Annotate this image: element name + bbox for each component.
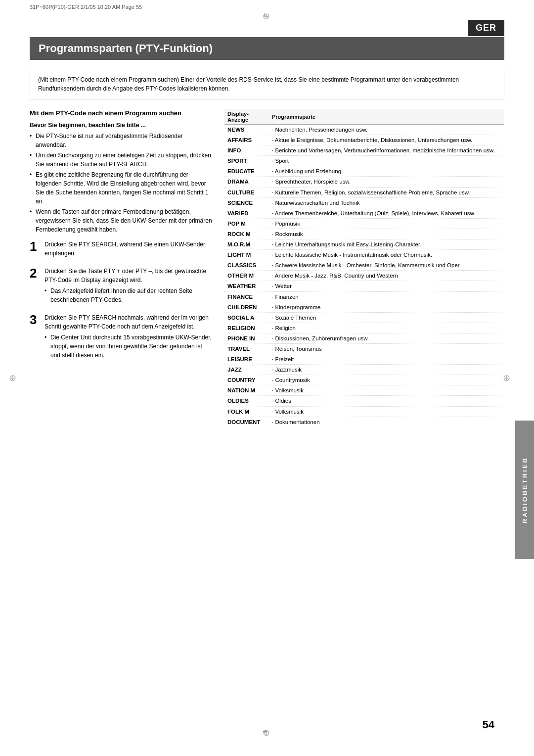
display-code: OTHER M [224,271,269,281]
side-label: RADIOBETRIEB [515,421,534,559]
description: · Andere Musik - Jazz, R&B, Country und … [269,271,504,281]
step-1-main: Drücken Sie PTY SEARCH, während Sie eine… [44,240,213,258]
display-code: POP M [224,218,269,229]
description: · Andere Themenbereiche, Unterhaltung (Q… [269,208,504,218]
description: · Religion [269,323,504,333]
description: · Volksmusik [269,385,504,396]
description: · Schwere klassische Musik - Orchester, … [269,260,504,271]
display-code: DOCUMENT [224,417,269,427]
left-column: Mit dem PTY-Code nach einem Programm suc… [30,109,213,427]
table-row: FINANCE· Finanzen [224,291,504,302]
display-code: AFFAIRS [224,135,269,145]
crosshair-left: ⊕ [9,373,16,383]
note-title: Bevor Sie beginnen, beachten Sie bitte .… [30,122,213,129]
table-row: WEATHER· Wetter [224,281,504,291]
col2-header: Programmsparte [269,109,504,125]
step-1-number: 1 [30,240,41,253]
table-row: EDUCATE· Ausbildung und Erziehung [224,166,504,177]
main-content: Programmsparten (PTY-Funktion) (Mit eine… [30,37,504,716]
description: · Finanzen [269,291,504,302]
description: · Oldies [269,396,504,406]
display-code: ROCK M [224,229,269,239]
step-3: 3 Drücken Sie PTY SEARCH nochmals, währe… [30,313,213,362]
section-title: Mit dem PTY-Code nach einem Programm suc… [30,109,213,117]
list-item: Wenn die Tasten auf der primäre Fernbedi… [30,207,213,234]
table-row: NEWS· Nachrichten, Pressemeldungen usw. [224,125,504,135]
step-2-content: Drücken Sie die Taste PTY + oder PTY –, … [44,267,213,306]
step-3-number: 3 [30,313,41,326]
step-3-sub: Die Center Unit durchsucht 15 vorabgesti… [44,333,213,360]
display-code: LEISURE [224,354,269,365]
description: · Kinderprogramme [269,302,504,312]
table-row: POP M· Popmusik [224,218,504,229]
page-title: Programmsparten (PTY-Funktion) [39,42,495,55]
table-row: LIGHT M· Leichte klassische Musik - Inst… [224,250,504,260]
description: · Volksmusik [269,406,504,417]
display-code: RELIGION [224,323,269,333]
step-3-main: Drücken Sie PTY SEARCH nochmals, während… [44,313,213,331]
step-2-sub: Das Anzeigefeld liefert Ihnen die auf de… [44,286,213,304]
step-1-content: Drücken Sie PTY SEARCH, während Sie eine… [44,240,213,260]
description: · Ausbildung und Erziehung [269,166,504,177]
table-row: VARIED· Andere Themenbereiche, Unterhalt… [224,208,504,218]
col1-header: Display-Anzeige [224,109,269,125]
table-row: SCIENCE· Naturwissenschaften und Technik [224,197,504,208]
crosshair-top: ⊕ [263,11,271,20]
table-row: TRAVEL· Reisen, Tourismus [224,343,504,354]
step-2-main: Drücken Sie die Taste PTY + oder PTY –, … [44,267,213,284]
description: · Reisen, Tourismus [269,343,504,354]
description: · Sprechtheater, Hörspiele usw. [269,177,504,187]
description: · Leichte klassische Musik - Instrumenta… [269,250,504,260]
description: · Wetter [269,281,504,291]
intro-text: (Mit einem PTY-Code nach einem Programm … [30,69,504,99]
table-row: COUNTRY· Countrymusik [224,375,504,385]
crosshair-bottom: ⊕ [263,727,271,736]
display-code: FOLK M [224,406,269,417]
ger-badge: GER [468,20,504,36]
display-code: TRAVEL [224,343,269,354]
table-row: DOCUMENT· Dokumentationen [224,417,504,427]
display-code: DRAMA [224,177,269,187]
description: · Aktuelle Ereignisse, Dokumentarbericht… [269,135,504,145]
display-code: FINANCE [224,291,269,302]
table-row: LEISURE· Freizeit [224,354,504,365]
table-row: OTHER M· Andere Musik - Jazz, R&B, Count… [224,271,504,281]
table-row: NATION M· Volksmusik [224,385,504,396]
step-3-content: Drücken Sie PTY SEARCH nochmals, während… [44,313,213,362]
table-row: CLASSICS· Schwere klassische Musik - Orc… [224,260,504,271]
display-code: VARIED [224,208,269,218]
display-code: OLDIES [224,396,269,406]
display-code: SPORT [224,156,269,166]
step-2: 2 Drücken Sie die Taste PTY + oder PTY –… [30,267,213,306]
table-row: AFFAIRS· Aktuelle Ereignisse, Dokumentar… [224,135,504,145]
page-number: 54 [483,718,494,731]
table-row: JAZZ· Jazzmusik [224,365,504,375]
display-code: EDUCATE [224,166,269,177]
display-code: NATION M [224,385,269,396]
two-column-layout: Mit dem PTY-Code nach einem Programm suc… [30,109,504,427]
display-code: COUNTRY [224,375,269,385]
description: · Kulturelle Themen, Religion, sozialwis… [269,187,504,197]
list-item: Die PTY-Suche ist nur auf vorabgestimmte… [30,132,213,149]
description: · Naturwissenschaften und Technik [269,197,504,208]
description: · Rockmusik [269,229,504,239]
page-title-block: Programmsparten (PTY-Funktion) [30,37,504,60]
description: · Diskussionen, Zuhörerumfragen usw. [269,333,504,343]
table-row: PHONE IN· Diskussionen, Zuhörerumfragen … [224,333,504,343]
table-row: OLDIES· Oldies [224,396,504,406]
display-code: CHILDREN [224,302,269,312]
display-code: PHONE IN [224,333,269,343]
list-item: Es gibt eine zeitliche Begrenzung für di… [30,170,213,206]
display-code: M.O.R.M [224,239,269,250]
description: · Countrymusik [269,375,504,385]
display-code: WEATHER [224,281,269,291]
step-1: 1 Drücken Sie PTY SEARCH, während Sie ei… [30,240,213,260]
description: · Dokumentationen [269,417,504,427]
display-code: INFO [224,145,269,156]
display-code: CULTURE [224,187,269,197]
pty-table: Display-Anzeige Programmsparte NEWS· Nac… [224,109,504,427]
table-row: INFO· Berichte und Vorhersagen, Verbrauc… [224,145,504,156]
table-row: DRAMA· Sprechtheater, Hörspiele usw. [224,177,504,187]
display-code: CLASSICS [224,260,269,271]
display-code: LIGHT M [224,250,269,260]
